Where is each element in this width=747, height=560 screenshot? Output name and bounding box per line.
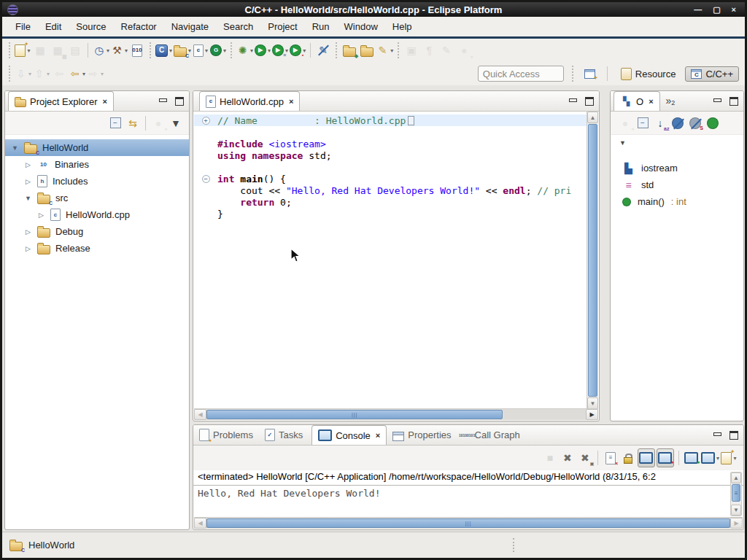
expand-arrow-icon[interactable]: ▷ — [24, 228, 32, 236]
highlight-button[interactable]: ✎▾ — [376, 42, 393, 59]
console-scroll-down-icon[interactable]: ▼ — [731, 505, 741, 516]
outline-view-menu-icon[interactable]: ▼ — [619, 139, 626, 147]
menu-edit[interactable]: Edit — [38, 18, 69, 35]
debug-button[interactable]: ✺▾ — [236, 42, 253, 59]
code-line[interactable]: using namespace std; — [194, 149, 587, 161]
dropdown-arrow-icon[interactable]: ▾ — [101, 71, 104, 77]
console-horizontal-scrollbar[interactable]: ◀ ||| ▶ — [194, 517, 743, 529]
hide-static-button[interactable]: S — [687, 114, 703, 132]
tree-item-debug[interactable]: ▷Debug — [5, 223, 189, 240]
new-source-folder-button[interactable]: C▾ — [174, 42, 191, 59]
scroll-left-icon[interactable]: ◀ — [194, 409, 206, 420]
dropdown-arrow-icon[interactable]: ▾ — [27, 47, 30, 54]
console-scroll-up-icon[interactable]: ▲ — [731, 472, 741, 483]
scroll-track[interactable] — [503, 409, 586, 420]
skip-breakpoints-button[interactable]: ✎ — [315, 42, 331, 59]
close-window-icon[interactable]: × — [732, 5, 736, 15]
folded-region-icon[interactable] — [408, 116, 414, 125]
show-stderr-button[interactable]: ● — [657, 448, 674, 467]
maximize-view-icon[interactable] — [175, 97, 184, 105]
scroll-up-icon[interactable]: ▲ — [587, 112, 598, 123]
run-history-button[interactable]: ▶≡▾ — [272, 42, 288, 59]
tab-call-graph[interactable]: 10100101Call Graph — [457, 425, 526, 445]
maximize-view-icon[interactable] — [729, 431, 738, 439]
tab-properties[interactable]: Properties — [387, 425, 457, 445]
menu-help[interactable]: Help — [385, 18, 419, 35]
menu-refactor[interactable]: Refactor — [114, 18, 164, 35]
new-c-project-button[interactable]: C▾ — [155, 42, 172, 59]
show-stdout-button[interactable] — [638, 448, 655, 467]
open-console-button[interactable]: ▾ — [721, 449, 737, 467]
minimize-view-icon[interactable] — [158, 97, 167, 105]
expand-arrow-icon[interactable]: ▷ — [24, 161, 32, 168]
new-wizard-button[interactable]: ▾ — [15, 42, 31, 59]
tab-outline[interactable]: ▚ O × — [614, 91, 660, 111]
remove-launch-button[interactable]: ✖ — [560, 449, 576, 467]
code-line[interactable]: } — [194, 208, 587, 219]
tree-item-helloworld-cpp[interactable]: ▷cHelloWorld.cpp — [5, 206, 189, 223]
expand-arrow-icon[interactable]: ▷ — [37, 211, 45, 219]
dropdown-arrow-icon[interactable]: ▾ — [223, 47, 226, 54]
display-console-button[interactable]: ▾ — [701, 449, 719, 467]
collapse-all-button[interactable]: − — [107, 114, 123, 132]
dropdown-arrow-icon[interactable]: ▾ — [716, 455, 719, 462]
console-scroll-left-icon[interactable]: ◀ — [194, 518, 206, 529]
tab-console[interactable]: Console× — [311, 425, 387, 445]
close-editor-icon[interactable]: × — [289, 97, 293, 106]
tree-item-binaries[interactable]: ▷10Binaries — [5, 156, 189, 173]
code-line[interactable] — [194, 161, 587, 173]
pin-console-button[interactable]: ● — [684, 449, 700, 467]
hide-non-public-button[interactable] — [705, 114, 721, 132]
wizard-g-button[interactable]: G▾ — [210, 42, 226, 59]
clear-console-button[interactable]: ≡× — [603, 449, 619, 467]
scroll-lock-button[interactable] — [620, 449, 636, 467]
menu-source[interactable]: Source — [69, 18, 113, 35]
editor-hscroll-thumb[interactable]: ||| — [206, 410, 503, 419]
maximize-outline-icon[interactable] — [729, 97, 738, 105]
menu-search[interactable]: Search — [216, 18, 260, 35]
link-with-editor-button[interactable]: ⇆ — [125, 114, 141, 132]
collapse-arrow-icon[interactable]: ▼ — [24, 195, 32, 202]
code-line[interactable]: −int main() { — [194, 173, 587, 184]
dropdown-arrow-icon[interactable]: ▾ — [28, 71, 31, 77]
fold-plus-icon[interactable]: + — [194, 117, 217, 125]
code-line[interactable]: +// Name : HelloWorld.cpp — [194, 114, 587, 126]
scroll-right-icon[interactable]: ▶ — [586, 409, 598, 420]
coverage-button[interactable]: ▶▪▾ — [290, 42, 306, 59]
dropdown-arrow-icon[interactable]: ▾ — [107, 47, 109, 54]
close-view-icon[interactable]: × — [102, 97, 107, 106]
open-perspective-button[interactable]: ✦ — [582, 65, 598, 82]
menu-run[interactable]: Run — [305, 18, 337, 35]
close-outline-icon[interactable]: × — [649, 97, 653, 106]
fold-minus-icon[interactable]: − — [194, 175, 217, 183]
run-button[interactable]: ▶▾ — [255, 42, 271, 59]
tab-tasks[interactable]: ✓Tasks — [259, 425, 309, 445]
tab-problems[interactable]: ●Problems — [193, 425, 259, 445]
build-button[interactable]: ⚒▾ — [111, 42, 128, 59]
console-hscroll-thumb[interactable]: ||| — [206, 518, 730, 528]
tree-item-includes[interactable]: ▷hIncludes — [5, 173, 189, 190]
perspective-resource-button[interactable]: Resource — [616, 66, 681, 82]
open-element-button[interactable]: ◆ — [341, 42, 357, 59]
binary-content-button[interactable]: 010 — [129, 42, 145, 59]
outline-item-std[interactable]: ≡std — [611, 176, 743, 193]
expand-arrow-icon[interactable]: ▷ — [24, 178, 32, 185]
view-stack-overflow[interactable]: » 2 — [666, 95, 676, 111]
editor-horizontal-scrollbar[interactable]: ◀ ||| ▶ — [194, 408, 598, 420]
outline-item-main[interactable]: main() : int — [611, 193, 743, 210]
tree-item-src[interactable]: ▼Csrc — [5, 190, 189, 206]
dropdown-arrow-icon[interactable]: ▾ — [205, 47, 208, 54]
dropdown-arrow-icon[interactable]: ▾ — [733, 455, 736, 462]
console-scroll-right-icon[interactable]: ▶ — [730, 518, 743, 529]
menu-window[interactable]: Window — [337, 18, 385, 35]
console-vertical-scrollbar[interactable]: ▲ ≡ ▼ — [730, 472, 742, 516]
minimize-view-icon[interactable] — [713, 431, 721, 439]
menu-project[interactable]: Project — [260, 18, 304, 35]
code-line[interactable] — [194, 126, 587, 138]
dropdown-arrow-icon[interactable]: ▾ — [268, 47, 271, 54]
open-resource-button[interactable] — [359, 42, 375, 59]
console-vscroll-thumb[interactable]: ≡ — [732, 484, 740, 502]
dropdown-arrow-icon[interactable]: ▾ — [250, 47, 253, 54]
back-button[interactable]: ⇦▾ — [69, 65, 85, 82]
close-view-icon[interactable]: × — [376, 431, 380, 440]
